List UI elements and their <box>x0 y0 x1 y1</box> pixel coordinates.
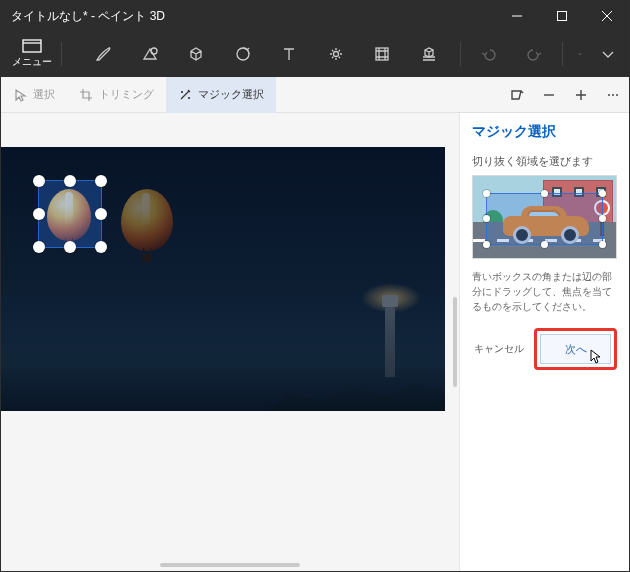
secondary-toolbar: 選択 トリミング マジック選択 <box>1 77 629 113</box>
canvas-tool[interactable] <box>359 31 406 77</box>
next-button-label: 次へ <box>565 342 587 357</box>
svg-rect-0 <box>557 12 566 21</box>
menu-button[interactable]: メニュー <box>7 39 57 69</box>
paste-button[interactable] <box>567 31 593 77</box>
titlebar: タイトルなし* - ペイント 3D <box>1 1 629 31</box>
handle-w[interactable] <box>33 208 45 220</box>
svg-point-6 <box>580 54 581 55</box>
magic-select-box[interactable] <box>39 181 101 247</box>
3d-library-tool[interactable] <box>406 31 453 77</box>
canvas[interactable] <box>1 147 445 411</box>
zoom-in-button[interactable] <box>565 77 597 113</box>
handle-sw[interactable] <box>33 241 45 253</box>
select-tool[interactable]: 選択 <box>1 77 67 113</box>
panel-hint: 青いボックスの角または辺の部分にドラッグして、焦点を当てるものを示してください。 <box>472 269 617 314</box>
text-tool[interactable] <box>266 31 313 77</box>
svg-point-4 <box>333 52 338 57</box>
redo-button[interactable] <box>512 31 559 77</box>
shapes-2d-tool[interactable] <box>127 31 174 77</box>
top-toolbar: メニュー <box>1 31 629 77</box>
undo-button[interactable] <box>465 31 512 77</box>
brush-tool[interactable] <box>80 31 127 77</box>
canvas-area <box>1 113 459 571</box>
close-button[interactable] <box>584 1 629 31</box>
svg-rect-1 <box>23 40 41 52</box>
shapes-3d-tool[interactable] <box>173 31 220 77</box>
handle-ne[interactable] <box>95 175 107 187</box>
canvas-horizontal-scrollbar[interactable] <box>160 563 300 567</box>
panel-button-row: キャンセル 次へ <box>472 328 617 370</box>
handle-nw[interactable] <box>33 175 45 187</box>
zoom-out-button[interactable] <box>533 77 565 113</box>
magic-select-panel: マジック選択 切り抜く領域を選びます 青いボックスの角または辺の部分にドラッグし… <box>459 113 629 571</box>
magic-select-label: マジック選択 <box>198 87 264 102</box>
history-dropdown[interactable] <box>593 31 623 77</box>
cursor-icon <box>590 349 602 365</box>
magic-select-tool[interactable]: マジック選択 <box>166 77 276 113</box>
more-button[interactable] <box>597 77 629 113</box>
next-button-highlight: 次へ <box>534 328 617 370</box>
window-title: タイトルなし* - ペイント 3D <box>1 8 165 25</box>
handle-se[interactable] <box>95 241 107 253</box>
select-label: 選択 <box>33 87 55 102</box>
svg-rect-5 <box>376 48 388 60</box>
workspace: マジック選択 切り抜く領域を選びます 青いボックスの角または辺の部分にドラッグし… <box>1 113 629 571</box>
panel-title: マジック選択 <box>472 123 617 141</box>
canvas-vertical-scrollbar[interactable] <box>453 297 457 387</box>
svg-point-8 <box>612 94 614 96</box>
minimize-button[interactable] <box>494 1 539 31</box>
view-3d-button[interactable] <box>501 77 533 113</box>
menu-label: メニュー <box>12 55 52 69</box>
example-illustration <box>472 175 617 259</box>
next-button[interactable]: 次へ <box>540 334 611 364</box>
effects-tool[interactable] <box>313 31 360 77</box>
stickers-tool[interactable] <box>220 31 267 77</box>
svg-point-9 <box>616 94 618 96</box>
maximize-button[interactable] <box>539 1 584 31</box>
crop-label: トリミング <box>99 87 154 102</box>
cancel-button[interactable]: キャンセル <box>472 334 526 364</box>
example-selection <box>487 194 602 244</box>
handle-n[interactable] <box>64 175 76 187</box>
crop-tool[interactable]: トリミング <box>67 77 166 113</box>
panel-section-label: 切り抜く領域を選びます <box>472 155 617 169</box>
svg-point-7 <box>608 94 610 96</box>
handle-s[interactable] <box>64 241 76 253</box>
paint3d-window: タイトルなし* - ペイント 3D メニュー <box>1 1 629 571</box>
handle-e[interactable] <box>95 208 107 220</box>
